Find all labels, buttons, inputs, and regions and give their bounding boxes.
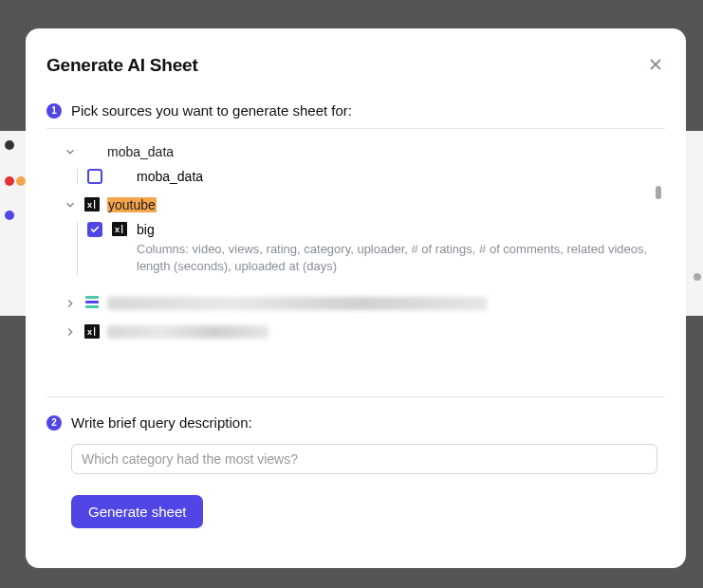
redacted-label: [107, 297, 487, 310]
source-item-youtube-big[interactable]: x big: [87, 222, 665, 237]
svg-text:x: x: [115, 225, 120, 234]
source-item-label: moba_data: [137, 169, 203, 184]
checkbox-checked[interactable]: [87, 222, 102, 237]
scrollbar-thumb[interactable]: [656, 186, 661, 199]
step-1-badge: 1: [46, 103, 62, 119]
step-2-label: Write brief query description:: [71, 414, 252, 431]
close-icon: [648, 57, 663, 72]
svg-text:x: x: [87, 327, 92, 337]
excel-file-icon: x: [84, 197, 100, 212]
svg-rect-5: [94, 327, 95, 336]
source-item-columns: Columns: video, views, rating, category,…: [137, 241, 649, 275]
chevron-down-icon: [64, 145, 77, 158]
close-button[interactable]: [646, 55, 665, 74]
chevron-down-icon: [64, 198, 77, 211]
datasource-icon: [84, 296, 100, 311]
source-group-moba[interactable]: moba_data: [64, 144, 665, 159]
generate-sheet-button[interactable]: Generate sheet: [71, 495, 203, 528]
excel-file-icon: x: [84, 324, 100, 340]
source-group-youtube[interactable]: x youtube: [64, 197, 665, 212]
chevron-right-icon: [64, 297, 77, 310]
redacted-label: [107, 325, 268, 339]
csv-file-icon: [112, 169, 127, 184]
source-group-redacted-2[interactable]: x: [64, 324, 665, 340]
query-description-input[interactable]: [71, 444, 657, 474]
checkbox-unchecked[interactable]: [87, 169, 102, 184]
svg-rect-1: [94, 200, 95, 209]
source-item-moba-data[interactable]: moba_data: [87, 169, 665, 184]
source-item-label: big: [137, 222, 155, 237]
step-1-header: 1 Pick sources you want to generate shee…: [46, 102, 665, 119]
source-group-redacted-1[interactable]: [64, 296, 665, 311]
generate-ai-sheet-modal: Generate AI Sheet 1 Pick sources you wan…: [26, 28, 686, 568]
sources-tree: moba_data moba_data x youtube: [46, 128, 665, 397]
source-label: moba_data: [107, 144, 174, 159]
csv-file-icon: [84, 144, 100, 159]
step-2-header: 2 Write brief query description:: [46, 414, 665, 431]
step-2-badge: 2: [46, 415, 62, 431]
svg-text:x: x: [87, 200, 92, 210]
excel-file-icon: x: [112, 222, 127, 237]
step-1-label: Pick sources you want to generate sheet …: [71, 102, 352, 119]
svg-rect-3: [121, 225, 122, 233]
modal-title: Generate AI Sheet: [46, 55, 198, 76]
source-label: youtube: [107, 197, 157, 212]
chevron-right-icon: [64, 325, 77, 339]
